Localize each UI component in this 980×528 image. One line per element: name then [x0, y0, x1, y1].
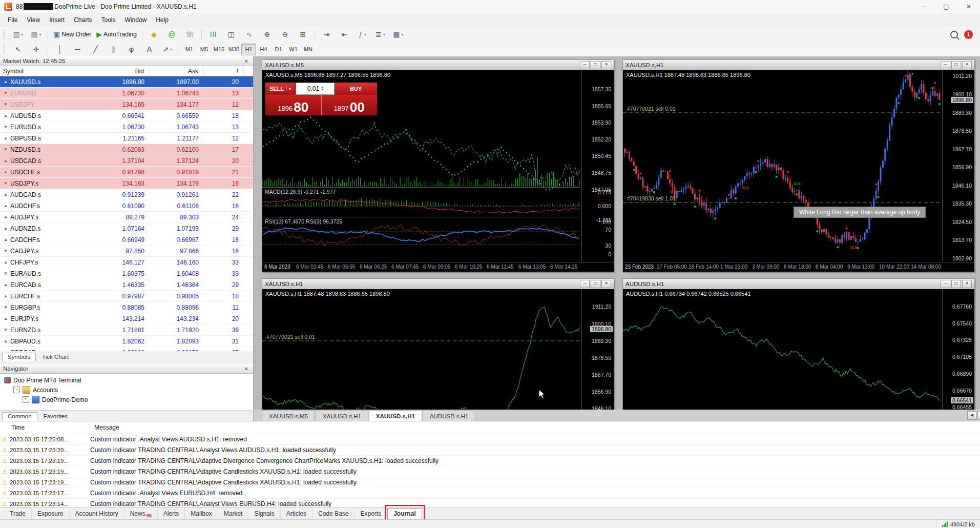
chart-canvas-area[interactable]: XAUUSD.s,H1 1887.48 1898.63 1886.65 1896… [262, 289, 614, 410]
dropdown-caret-icon[interactable]: ▾ [383, 32, 385, 37]
market-watch-row-gbpcad-s[interactable]: ▲GBPCAD.s1.661281.6615325 [0, 347, 253, 351]
menu-insert[interactable]: Insert [45, 14, 69, 27]
collapse-icon[interactable]: − [13, 387, 20, 393]
terminal-tab-code-base[interactable]: Code Base [312, 509, 355, 519]
navigator-accounts-item[interactable]: − Accounts [0, 385, 253, 395]
expand-icon[interactable]: + [23, 396, 29, 403]
journal-row[interactable]: ⚠2023.03.15 17:23:19...Custom indicator … [0, 466, 980, 477]
scroll-right-icon[interactable]: ▶ [977, 411, 980, 420]
market-watch-row-audusd-s[interactable]: ▲AUDUSD.s0.665410.6655918 [0, 110, 253, 121]
terminal-tab-alerts[interactable]: Alerts [158, 509, 185, 519]
vertical-line-tool-button[interactable]: │ [51, 43, 69, 56]
time-axis[interactable]: 23 Feb 202327 Feb 05:0028 Feb 14:001 Mar… [623, 262, 974, 272]
crosshair-tool-button[interactable]: ✛ [27, 43, 45, 56]
search-icon[interactable] [950, 31, 958, 38]
sell-options-caret-icon[interactable]: ▾ [286, 87, 291, 91]
chart-minimize-button[interactable]: ─ [941, 61, 950, 69]
chart-restore-button[interactable]: ▢ [951, 61, 961, 69]
journal-row[interactable]: ⚠2023.03.15 17:23:17...Custom indicator … [0, 488, 980, 499]
chart-minimize-button[interactable]: ─ [941, 280, 950, 288]
market-watch-row-euraud-s[interactable]: ▼EURAUD.s1.603751.6040833 [0, 268, 253, 279]
timeframe-h1-button[interactable]: H1 [241, 44, 256, 55]
timeframe-h4-button[interactable]: H4 [256, 44, 271, 55]
toolbar-grip[interactable] [4, 30, 6, 39]
chart-shift-button[interactable]: ⇤ [336, 28, 353, 41]
chart-close-button[interactable]: ✕ [601, 280, 611, 288]
chart-canvas-area[interactable]: XAUUSD.s,M5 1896.88 1897.27 1896.55 1896… [262, 70, 614, 272]
channel-tool-button[interactable]: ∥ [105, 43, 122, 56]
chart-restore-button[interactable]: ▢ [951, 280, 961, 288]
dropdown-caret-icon[interactable]: ▾ [402, 32, 404, 37]
bar-chart-button[interactable]: ☰ [204, 28, 222, 41]
market-watch-titlebar[interactable]: Market Watch: 12:45:25 ✕ [0, 56, 253, 66]
profiles-button[interactable]: ▤▾ [27, 28, 45, 41]
chart-titlebar[interactable]: XAUUSD.s,H1 ─ ▢ ✕ [262, 279, 614, 290]
dropdown-caret-icon[interactable]: ▾ [364, 32, 366, 37]
chart-canvas-area[interactable]: AUDUSD.s,H1 0.66734 0.66742 0.66525 0.66… [623, 289, 974, 410]
navigator-tab-common[interactable]: Common [2, 412, 37, 421]
audusd-line-plot[interactable] [623, 289, 941, 409]
journal-row[interactable]: ⚠2023.03.15 17:23:20...Custom indicator … [0, 445, 980, 456]
tile-windows-button[interactable]: ⊞ [294, 28, 312, 41]
h1-candle-plot[interactable]: BLBBLBSLBBLBLXLX [623, 70, 941, 261]
chart-window-xauusd-h1[interactable]: XAUUSD.s,H1 ─ ▢ ✕ BLBBLBSLBBLBLXLX XAUUS… [622, 59, 975, 272]
navigator-titlebar[interactable]: Navigator ✕ [0, 364, 253, 374]
menu-file[interactable]: File [3, 14, 22, 27]
notification-icon[interactable]: 1 [964, 30, 973, 39]
minimize-button[interactable]: ─ [912, 0, 935, 13]
chart-titlebar[interactable]: XAUUSD.s,M5 ─ ▢ ✕ [262, 60, 614, 71]
close-button[interactable]: ✕ [957, 0, 980, 13]
market-watch-row-eurjpy-s[interactable]: ▲EURJPY.s143.214143.23420 [0, 313, 253, 324]
text-tool-button[interactable]: A [140, 43, 158, 56]
close-panel-icon[interactable]: ✕ [243, 366, 250, 372]
market-watch-row-usdcad-s[interactable]: ▲USDCAD.s1.371041.3712420 [0, 155, 253, 167]
horizontal-line-tool-button[interactable]: ─ [69, 43, 87, 56]
fibonacci-tool-button[interactable]: φ [122, 43, 140, 56]
indicators-button[interactable]: ƒ▾ [353, 28, 371, 41]
chart-close-button[interactable]: ✕ [962, 61, 972, 69]
timeframe-m30-button[interactable]: M30 [226, 44, 241, 55]
autotrading-button[interactable]: ▶AutoTrading [94, 28, 139, 41]
journal-row[interactable]: ⚠2023.03.15 17:23:19...Custom indicator … [0, 477, 980, 488]
new-order-button[interactable]: ▣New Order [51, 28, 94, 41]
chart-tab-xauusd-s-m5-0[interactable]: XAUUSD.s,M5 [262, 411, 315, 421]
journal-row[interactable]: ⚠2023.03.15 17:25:08...Custom indicator … [0, 434, 980, 445]
price-scale[interactable]: 0.677600.675400.673250.671050.668900.666… [942, 289, 974, 410]
buy-button[interactable]: BUY [335, 83, 377, 95]
price-scale[interactable]: 1911.201900.101889.301878.501867.701856.… [581, 289, 614, 410]
market-watch-row-eurcad-s[interactable]: ▲EURCAD.s1.463351.4636429 [0, 279, 253, 291]
market-watch-row-usdjpy[interactable]: ▼USDJPY134.165134.17712 [0, 99, 253, 110]
timeframe-m1-button[interactable]: M1 [182, 44, 197, 55]
mql-community-button[interactable]: @ [163, 28, 181, 41]
journal-row[interactable]: ⚠2023.03.15 17:23:19...Custom indicator … [0, 456, 980, 466]
chart-titlebar[interactable]: XAUUSD.s,H1 ─ ▢ ✕ [623, 60, 974, 71]
terminal-tab-market[interactable]: Market [218, 509, 249, 519]
market-watch-row-eurgbp-s[interactable]: ▼EURGBP.s0.880850.8809611 [0, 302, 253, 313]
time-axis[interactable]: 6 Mar 20236 Mar 03:456 Mar 05:056 Mar 06… [262, 262, 614, 272]
zoom-in-button[interactable]: ⊕ [258, 28, 276, 41]
menu-charts[interactable]: Charts [69, 14, 96, 27]
periods-button[interactable]: ≣▾ [371, 28, 389, 41]
zoom-out-button[interactable]: ⊖ [276, 28, 294, 41]
chart-restore-button[interactable]: ▢ [591, 61, 600, 69]
navigator-tab-favorites[interactable]: Favorites [38, 412, 73, 421]
market-watch-row-audjpy-s[interactable]: ▲AUDJPY.s89.27989.30324 [0, 212, 253, 223]
timeframe-w1-button[interactable]: W1 [286, 44, 301, 55]
dropdown-caret-icon[interactable]: ▾ [39, 32, 41, 37]
timeframe-mn-button[interactable]: MN [301, 44, 316, 55]
market-watch-row-eurusd-s[interactable]: ▼EURUSD.s1.067301.0674313 [0, 121, 253, 133]
market-watch-row-eurnzd-s[interactable]: ▼EURNZD.s1.718811.7192039 [0, 324, 253, 336]
terminal-tab-signals[interactable]: Signals [248, 509, 280, 519]
line-chart-button[interactable]: ∿ [240, 28, 258, 41]
market-watch-row-cadjpy-s[interactable]: ▼CADJPY.s97.85097.86616 [0, 246, 253, 257]
terminal-tab-articles[interactable]: Articles [281, 509, 312, 519]
scroll-left-icon[interactable]: ◀ [967, 411, 976, 420]
chart-window-audusd-h1[interactable]: AUDUSD.s,H1 ─ ▢ ✕ AUDUSD.s,H1 0.66734 0.… [622, 278, 975, 410]
terminal-tab-exposure[interactable]: Exposure [32, 509, 70, 519]
h1-line-plot[interactable] [262, 289, 580, 409]
dropdown-caret-icon[interactable]: ▾ [170, 47, 172, 52]
market-watch-row-chfjpy-s[interactable]: ▲CHFJPY.s146.127146.16033 [0, 257, 253, 268]
support-button[interactable]: ☏ [181, 28, 199, 41]
market-watch-row-xauusd-s[interactable]: ▲XAUUSD.s1896.801897.0020 [0, 76, 253, 88]
price-scale[interactable]: 1857.351855.651853.901852.201850.451848.… [581, 70, 614, 262]
